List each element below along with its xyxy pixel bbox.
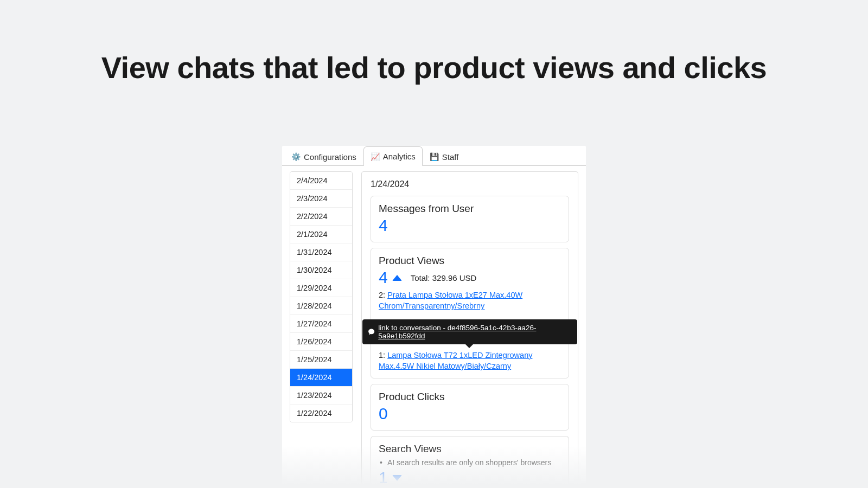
- detail-panel: 1/24/2024 Messages from User 4 Product V…: [361, 171, 578, 488]
- product-link[interactable]: Lampa Stołowa T72 1xLED Zintegrowany Max…: [379, 351, 532, 370]
- date-item[interactable]: 1/22/2024: [290, 404, 352, 422]
- tab-staff[interactable]: 💾 Staff: [423, 146, 466, 166]
- date-list: 2/4/20242/3/20242/2/20242/1/20241/31/202…: [290, 171, 353, 422]
- card-messages: Messages from User 4: [371, 196, 569, 242]
- card-product-views: Product Views 4 Total: 329.96 USD 2: Pra…: [371, 248, 569, 378]
- analytics-app: ⚙️ Configurations 📈 Analytics 💾 Staff 2/…: [282, 146, 586, 488]
- tooltip-text: link to conversation - de4f8596-5a1c-42b…: [378, 324, 572, 340]
- date-item[interactable]: 1/30/2024: [290, 261, 352, 279]
- tab-analytics[interactable]: 📈 Analytics: [363, 146, 423, 166]
- card-title: Product Views: [379, 255, 561, 267]
- product-row: 1: Lampa Stołowa T72 1xLED Zintegrowany …: [379, 350, 561, 372]
- product-views-value: 4: [379, 268, 388, 287]
- product-link[interactable]: Prata Lampa Stołowa 1xE27 Max.40W Chrom/…: [379, 291, 522, 310]
- date-item[interactable]: 1/25/2024: [290, 351, 352, 369]
- chart-icon: 📈: [371, 152, 380, 161]
- card-search-views: Search Views AI search results are only …: [371, 436, 569, 488]
- date-item[interactable]: 1/31/2024: [290, 243, 352, 261]
- product-count: 2:: [379, 291, 387, 299]
- date-item[interactable]: 2/3/2024: [290, 190, 352, 208]
- date-item[interactable]: 1/26/2024: [290, 333, 352, 351]
- product-clicks-value: 0: [379, 404, 561, 423]
- date-item[interactable]: 1/23/2024: [290, 387, 352, 404]
- product-count: 1:: [379, 351, 387, 359]
- date-item[interactable]: 1/27/2024: [290, 315, 352, 333]
- caret-up-icon[interactable]: [392, 275, 402, 281]
- caret-down-icon[interactable]: [392, 475, 402, 481]
- date-item[interactable]: 1/24/2024: [290, 369, 352, 387]
- card-product-clicks: Product Clicks 0: [371, 384, 569, 431]
- card-title: Search Views: [379, 443, 561, 455]
- date-item[interactable]: 2/4/2024: [290, 172, 352, 190]
- product-views-total: Total: 329.96 USD: [411, 273, 477, 282]
- search-note: AI search results are only on shoppers' …: [387, 458, 561, 467]
- search-views-value: 1: [379, 468, 388, 487]
- date-item[interactable]: 2/2/2024: [290, 208, 352, 226]
- conversation-link-tooltip[interactable]: link to conversation - de4f8596-5a1c-42b…: [362, 319, 577, 344]
- tooltip-container: link to conversation - de4f8596-5a1c-42b…: [379, 319, 561, 344]
- date-item[interactable]: 1/28/2024: [290, 297, 352, 315]
- tab-label: Configurations: [304, 152, 356, 162]
- tab-bar: ⚙️ Configurations 📈 Analytics 💾 Staff: [282, 146, 586, 166]
- date-item[interactable]: 2/1/2024: [290, 226, 352, 243]
- card-title: Messages from User: [379, 203, 561, 215]
- tab-label: Staff: [442, 152, 459, 162]
- card-title: Product Clicks: [379, 391, 561, 403]
- tab-configurations[interactable]: ⚙️ Configurations: [284, 146, 363, 166]
- product-row: 2: Prata Lampa Stołowa 1xE27 Max.40W Chr…: [379, 290, 561, 312]
- tab-label: Analytics: [383, 152, 416, 161]
- page-heading: View chats that led to product views and…: [0, 0, 868, 85]
- messages-value: 4: [379, 216, 561, 235]
- gear-icon: ⚙️: [291, 152, 301, 161]
- disk-icon: 💾: [430, 152, 439, 161]
- chat-icon: [368, 328, 375, 336]
- date-item[interactable]: 1/29/2024: [290, 279, 352, 297]
- detail-date: 1/24/2024: [371, 179, 569, 189]
